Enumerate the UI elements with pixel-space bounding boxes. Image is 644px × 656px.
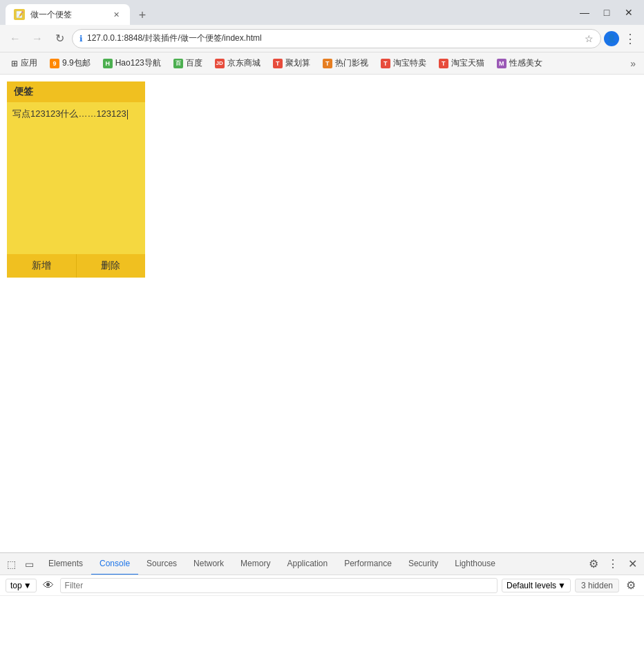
console-levels-dropdown-icon: ▼ [558,581,566,590]
add-note-button[interactable]: 新增 [7,254,77,278]
console-settings-icon[interactable]: ⚙ [623,578,638,593]
bookmark-label-meitushennv: 性感美女 [509,57,542,69]
minimize-button[interactable]: — [575,3,594,22]
close-button[interactable]: ✕ [619,3,638,22]
bookmark-hao123[interactable]: H Hao123导航 [97,55,167,71]
nav-bar: ← → ↻ ℹ 127.0.0.1:8848/封装插件/做一个便签/index.… [0,25,644,52]
devtools-device-icon[interactable]: ▭ [21,556,37,572]
bookmark-remen[interactable]: T 热门影视 [317,55,374,71]
apps-button[interactable]: ⊞ 应用 [6,55,43,72]
bookmark-label-hao123: Hao123导航 [115,57,161,69]
devtools-settings-button[interactable]: ⚙ [585,555,603,573]
tab-close-button[interactable]: ✕ [111,9,122,20]
context-dropdown-icon: ▼ [23,581,32,590]
console-levels-label: Default levels [506,581,556,590]
devtools-tab-network[interactable]: Network [185,553,232,575]
devtools-close-button[interactable]: ✕ [623,555,641,573]
text-cursor [127,110,128,119]
url-text: 127.0.0.1:8848/封装插件/做一个便签/index.html [87,32,580,44]
bookmark-taobaotemai[interactable]: T 淘宝特卖 [375,55,432,71]
sticky-note-title: 便签 [14,86,33,97]
bookmark-99baobao[interactable]: 9 9.9包邮 [44,55,96,71]
console-eye-icon[interactable]: 👁 [41,578,56,593]
devtools-tab-console[interactable]: Console [91,553,138,575]
sticky-note-app: 便签 写点123123什么……123123 新增 删除 [7,81,145,278]
sticky-note-text: 写点123123什么……123123 [12,108,126,119]
bookmarks-bar: ⊞ 应用 9 9.9包邮 H Hao123导航 百 百度 JD 京东商城 T 聚… [0,52,644,75]
bookmark-favicon-jd: JD [215,59,225,68]
bookmark-label-taobaotemai: 淘宝特卖 [393,57,426,69]
devtools-tab-label-network: Network [193,559,224,568]
sticky-note-buttons: 新增 删除 [7,254,145,278]
devtools-tab-security[interactable]: Security [400,553,446,575]
devtools-tabs: ⬚ ▭ Elements Console Sources Network Mem… [0,553,644,575]
refresh-button[interactable]: ↻ [50,29,69,48]
bookmark-meitushennv[interactable]: M 性感美女 [491,55,548,71]
forward-button[interactable]: → [28,29,47,48]
bookmark-taobao[interactable]: T 淘宝天猫 [433,55,490,71]
devtools-tab-label-lighthouse: Lighthouse [455,559,495,568]
bookmarks-more-button[interactable]: » [627,58,638,69]
bookmark-favicon-hao123: H [103,59,113,68]
devtools-tab-sources[interactable]: Sources [138,553,185,575]
main-content: 便签 写点123123什么……123123 新增 删除 [0,75,644,552]
profile-avatar[interactable]: 👤 [604,31,619,46]
active-tab[interactable]: 📝 做一个便签 ✕ [6,4,130,25]
devtools-tab-lighthouse[interactable]: Lighthouse [446,553,504,575]
devtools-tab-actions: ⚙ ⋮ ✕ [585,555,641,573]
apps-grid-icon: ⊞ [11,59,18,68]
devtools-inspect-icon[interactable]: ⬚ [3,556,19,572]
devtools-tab-label-sources: Sources [146,559,177,568]
tab-favicon: 📝 [14,9,25,20]
bookmark-label-taobao: 淘宝天猫 [451,57,484,69]
bookmark-favicon-baidu: 百 [173,59,183,68]
bookmark-star-icon[interactable]: ☆ [585,33,594,44]
devtools-tab-label-performance: Performance [344,559,392,568]
window-controls: — □ ✕ [575,3,638,22]
devtools-console-content [0,596,644,656]
console-levels-selector[interactable]: Default levels ▼ [502,579,571,592]
title-bar: 📝 做一个便签 ✕ + — □ ✕ [0,0,644,25]
devtools-side-icons: ⬚ ▭ [3,556,37,572]
address-bar[interactable]: ℹ 127.0.0.1:8848/封装插件/做一个便签/index.html ☆ [72,29,601,48]
bookmark-favicon-remen: T [323,59,332,68]
context-label: top [10,581,22,590]
bookmark-jd[interactable]: JD 京东商城 [209,55,266,71]
sticky-note-header: 便签 [7,81,145,102]
apps-label: 应用 [21,57,37,69]
delete-note-button[interactable]: 删除 [77,254,146,278]
more-options-button[interactable]: ⋮ [622,30,638,47]
back-button[interactable]: ← [6,29,25,48]
bookmark-favicon-taobao: T [439,59,448,68]
console-filter-input[interactable] [60,578,498,593]
bookmark-label-99baobao: 9.9包邮 [62,57,91,69]
devtools-tab-memory[interactable]: Memory [232,553,278,575]
new-tab-button[interactable]: + [133,6,152,25]
bookmark-favicon-meitushennv: M [497,59,506,68]
browser-window: 📝 做一个便签 ✕ + — □ ✕ ← → ↻ ℹ 127.0.0.1:8848… [0,0,644,656]
tab-bar: 📝 做一个便签 ✕ + [6,0,575,25]
devtools-more-button[interactable]: ⋮ [604,555,622,573]
console-hidden-count: 3 hidden [575,579,619,592]
devtools-tab-label-application: Application [287,559,328,568]
bookmark-favicon-taobaotemai: T [381,59,390,68]
tab-title: 做一个便签 [30,9,105,21]
lock-icon: ℹ [79,34,83,44]
bookmark-label-remen: 热门影视 [335,57,368,69]
sticky-note-content[interactable]: 写点123123什么……123123 [7,102,145,254]
context-selector[interactable]: top ▼ [6,579,37,592]
devtools-tab-performance[interactable]: Performance [336,553,400,575]
devtools-tab-label-security: Security [408,559,438,568]
devtools-tab-application[interactable]: Application [278,553,336,575]
devtools-panel: ⬚ ▭ Elements Console Sources Network Mem… [0,552,644,656]
bookmark-label-julisuan: 聚划算 [285,57,310,69]
bookmark-baidu[interactable]: 百 百度 [168,55,208,71]
devtools-tab-elements[interactable]: Elements [40,553,91,575]
bookmark-julisuan[interactable]: T 聚划算 [267,55,316,71]
maximize-button[interactable]: □ [597,3,616,22]
bookmark-favicon-julisuan: T [273,59,283,68]
bookmark-label-baidu: 百度 [186,57,202,69]
devtools-console-toolbar: top ▼ 👁 Default levels ▼ 3 hidden ⚙ [0,575,644,596]
devtools-tab-label-memory: Memory [240,559,270,568]
devtools-tab-label-console: Console [100,559,130,568]
